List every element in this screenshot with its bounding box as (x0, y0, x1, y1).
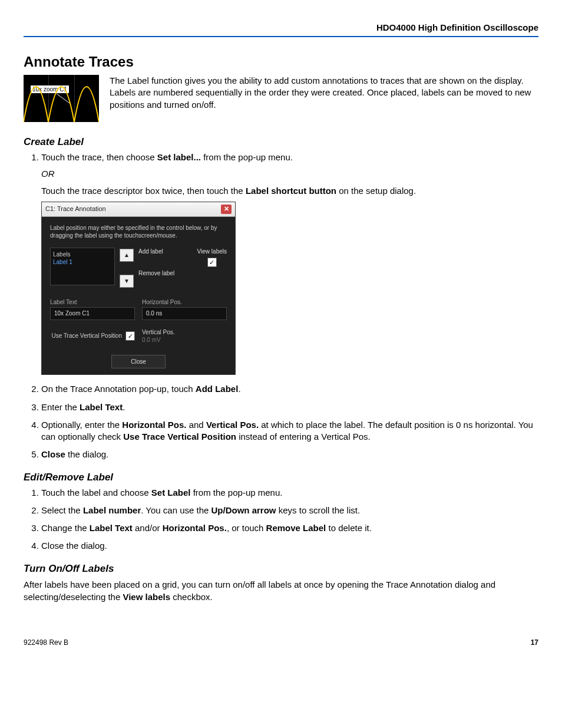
or-text: OR (41, 168, 538, 180)
labels-listbox[interactable]: Labels Label 1 (50, 248, 115, 285)
label-text-caption: Label Text (50, 298, 135, 307)
dialog-titlebar: C1: Trace Annotation ✕ (42, 202, 235, 217)
trace-annotation-dialog: C1: Trace Annotation ✕ Label position ma… (41, 202, 236, 375)
create-step-1-alt: Touch the trace descriptor box twice, th… (41, 185, 538, 197)
add-label-button[interactable]: Add label (138, 248, 174, 256)
dialog-title-text: C1: Trace Annotation (45, 205, 106, 213)
create-step-5: Close the dialog. (41, 449, 538, 460)
view-labels-caption: View labels (197, 248, 227, 256)
view-labels-checkbox[interactable]: ✓ (207, 258, 217, 267)
edit-step-4: Close the dialog. (41, 540, 538, 552)
section-title-annotate-traces: Annotate Traces (24, 54, 538, 70)
edit-step-1: Touch the label and choose Set Label fro… (41, 487, 538, 499)
edit-label-steps: Touch the label and choose Set Label fro… (24, 487, 538, 552)
page-footer: 922498 Rev B 17 (24, 638, 538, 647)
edit-step-3: Change the Label Text and/or Horizontal … (41, 522, 538, 534)
use-trace-vpos-caption: Use Trace Vertical Position (52, 332, 123, 340)
page-number: 17 (531, 638, 538, 647)
horizontal-pos-field[interactable]: 0.0 ns (142, 307, 227, 320)
label-text-field[interactable]: 10x Zoom C1 (50, 307, 135, 320)
create-step-1: Touch the trace, then choose Set label..… (41, 151, 538, 375)
vertical-pos-caption: Vertical Pos. (142, 328, 227, 337)
heading-create-label: Create Label (24, 136, 538, 148)
label-down-arrow-icon[interactable]: ▼ (120, 275, 134, 288)
dialog-close-button[interactable]: Close (111, 355, 166, 369)
heading-turn-onoff-labels: Turn On/Off Labels (24, 563, 538, 575)
label-up-arrow-icon[interactable]: ▲ (120, 249, 134, 262)
create-step-4: Optionally, enter the Horizontal Pos. an… (41, 419, 538, 443)
labels-list-caption: Labels (53, 251, 112, 259)
intro-paragraph: The Label function gives you the ability… (110, 75, 538, 111)
heading-edit-remove-label: Edit/Remove Label (24, 472, 538, 483)
dialog-close-x-icon[interactable]: ✕ (221, 205, 232, 214)
remove-label-button[interactable]: Remove label (138, 269, 174, 278)
vertical-pos-field[interactable]: 0.0 mV (142, 336, 227, 344)
horizontal-pos-caption: Horizontal Pos. (142, 298, 227, 307)
use-trace-vpos-checkbox[interactable]: ✓ (125, 331, 135, 341)
page-header: HDO4000 High Definition Oscilloscope (24, 22, 538, 37)
labels-list-item[interactable]: Label 1 (53, 258, 112, 266)
create-step-3: Enter the Label Text. (41, 401, 538, 413)
doc-rev: 922498 Rev B (24, 638, 68, 647)
create-step-2: On the Trace Annotation pop-up, touch Ad… (41, 383, 538, 395)
create-label-steps: Touch the trace, then choose Set label..… (24, 151, 538, 461)
dialog-hint-text: Label position may either be specified i… (50, 224, 227, 239)
toggle-body: After labels have been placed on a grid,… (24, 578, 538, 603)
trace-thumbnail: 10x zoom C1 (24, 75, 99, 122)
edit-step-2: Select the Label number. You can use the… (41, 505, 538, 516)
